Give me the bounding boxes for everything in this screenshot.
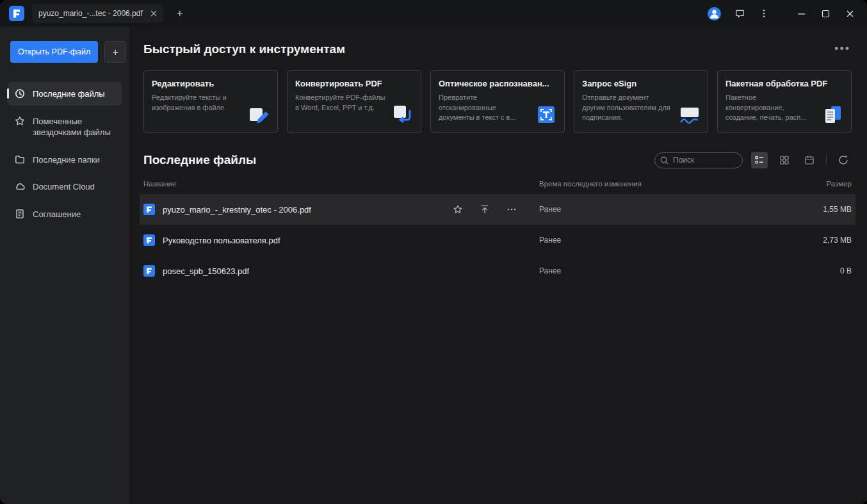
- table-header: Название Время последнего изменения Разм…: [143, 176, 852, 194]
- minimize-button[interactable]: [791, 4, 811, 23]
- file-size: 0 B: [750, 266, 852, 275]
- search-box: [654, 152, 743, 168]
- favorite-star-icon[interactable]: [452, 204, 464, 215]
- tool-card-edit[interactable]: Редактировать Редактируйте тексты и изоб…: [143, 70, 278, 133]
- sidebar-item-label: Последние файлы: [33, 88, 105, 100]
- titlebar: pyuzo_mario_-...tec - 2006.pdf +: [0, 0, 867, 27]
- ocr-icon: [535, 103, 558, 126]
- quick-access-title: Быстрый доступ к инструментам: [143, 42, 345, 56]
- sidebar: Открыть PDF-файл + Последние файлы Помеч…: [0, 27, 129, 504]
- file-modified: Ранее: [539, 205, 750, 214]
- file-size: 1,55 MB: [750, 205, 852, 214]
- calendar-sort-button[interactable]: [801, 152, 818, 168]
- sidebar-item-label: Соглашение: [33, 208, 81, 220]
- card-title: Пакетная обработка PDF: [725, 79, 843, 88]
- card-title: Конвертировать PDF: [295, 79, 413, 88]
- refresh-button[interactable]: [835, 152, 852, 168]
- recent-files-table: Название Время последнего изменения Разм…: [143, 176, 852, 286]
- convert-icon: [391, 103, 414, 126]
- recent-files-title: Последние файлы: [143, 153, 256, 167]
- table-row[interactable]: Руководство пользователя.pdf Ранее 2,73 …: [143, 225, 852, 256]
- folder-icon: [14, 154, 26, 165]
- card-title: Редактировать: [152, 79, 270, 88]
- maximize-button[interactable]: [816, 4, 835, 23]
- pdf-file-icon: [143, 234, 155, 246]
- tool-card-convert[interactable]: Конвертировать PDF Конвертируйте PDF-фай…: [287, 70, 421, 133]
- more-options-icon[interactable]: •••: [833, 44, 852, 54]
- toolbar-divider: [826, 155, 827, 165]
- file-modified: Ранее: [539, 236, 750, 245]
- close-window-button[interactable]: [840, 4, 859, 23]
- sidebar-item-agreement[interactable]: Соглашение: [8, 202, 122, 226]
- column-header-modified[interactable]: Время последнего изменения: [539, 180, 750, 188]
- file-name: posec_spb_150623.pdf: [163, 266, 249, 276]
- sidebar-item-label: Помеченные звездочками файлы: [33, 115, 115, 138]
- star-icon: [14, 115, 26, 127]
- tool-card-batch[interactable]: Пакетная обработка PDF Пакетное конверти…: [717, 70, 852, 133]
- sidebar-item-recent-files[interactable]: Последние файлы: [8, 82, 122, 106]
- sidebar-item-label: Последние папки: [33, 154, 100, 166]
- new-tab-button[interactable]: +: [172, 6, 188, 21]
- sidebar-nav: Последние файлы Помеченные звездочками ф…: [0, 82, 129, 225]
- tab-close-icon[interactable]: [150, 10, 157, 17]
- sidebar-item-recent-folders[interactable]: Последние папки: [8, 148, 122, 172]
- row-more-options-icon[interactable]: [506, 204, 517, 215]
- card-title: Оптическое распознаван...: [439, 79, 556, 88]
- document-tab[interactable]: pyuzo_mario_-...tec - 2006.pdf: [32, 4, 163, 23]
- file-modified: Ранее: [539, 266, 750, 275]
- grid-view-button[interactable]: [776, 152, 793, 168]
- pdf-file-icon: [143, 204, 155, 215]
- user-avatar-button[interactable]: [708, 7, 721, 20]
- pdfelement-logo-icon: [9, 6, 24, 21]
- recent-files-toolbar: [654, 152, 852, 168]
- file-name: pyuzo_mario_-_krestniy_otec - 2006.pdf: [163, 205, 311, 215]
- sidebar-item-starred-files[interactable]: Помеченные звездочками файлы: [8, 110, 122, 144]
- open-pdf-button[interactable]: Открыть PDF-файл: [10, 41, 98, 63]
- quick-access-cards: Редактировать Редактируйте тексты и изоб…: [143, 70, 852, 133]
- tab-title: pyuzo_mario_-...tec - 2006.pdf: [38, 9, 143, 18]
- window-controls: [791, 4, 859, 23]
- table-row[interactable]: pyuzo_mario_-_krestniy_otec - 2006.pdf: [140, 194, 855, 225]
- row-actions: [452, 204, 517, 215]
- clock-history-icon: [14, 88, 26, 99]
- app-window: pyuzo_mario_-...tec - 2006.pdf +: [0, 0, 867, 504]
- column-header-name[interactable]: Название: [143, 180, 539, 188]
- titlebar-actions: [708, 4, 859, 23]
- list-view-button[interactable]: [751, 152, 768, 168]
- esign-icon: [678, 103, 701, 126]
- table-row[interactable]: posec_spb_150623.pdf Ранее 0 B: [143, 256, 852, 286]
- file-size: 2,73 MB: [750, 236, 852, 245]
- column-header-size[interactable]: Размер: [750, 180, 852, 188]
- sidebar-item-label: Document Cloud: [33, 181, 95, 193]
- tool-card-ocr[interactable]: Оптическое распознаван... Превратите отс…: [430, 70, 565, 133]
- card-title: Запрос eSign: [582, 79, 700, 88]
- feedback-chat-button[interactable]: [733, 6, 747, 20]
- tool-card-esign[interactable]: Запрос eSign Отправьте документ другим п…: [574, 70, 708, 133]
- cloud-icon: [14, 181, 26, 192]
- batch-icon: [822, 103, 845, 126]
- file-name: Руководство пользователя.pdf: [163, 236, 280, 245]
- open-file-location-icon[interactable]: [479, 204, 490, 215]
- agreement-icon: [14, 208, 26, 220]
- add-file-button[interactable]: +: [104, 41, 126, 63]
- kebab-menu-button[interactable]: [758, 6, 770, 20]
- pdf-file-icon: [143, 265, 155, 277]
- sidebar-item-document-cloud[interactable]: Document Cloud: [8, 175, 122, 199]
- search-icon: [660, 156, 669, 165]
- edit-icon: [248, 103, 271, 126]
- main-content: Быстрый доступ к инструментам ••• Редакт…: [129, 27, 867, 504]
